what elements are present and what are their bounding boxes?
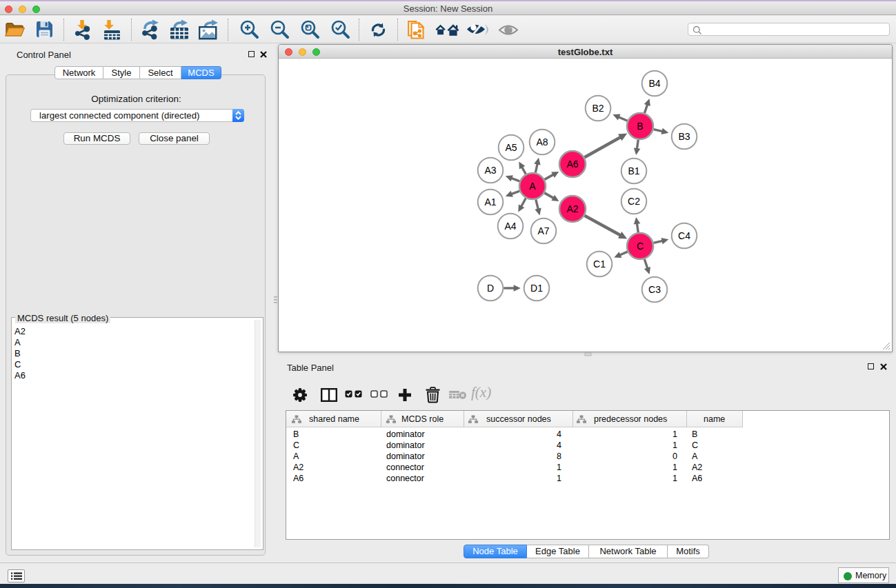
svg-text:B3: B3 xyxy=(678,131,690,142)
svg-text:A6: A6 xyxy=(566,159,578,170)
svg-text:A: A xyxy=(529,181,536,192)
svg-text:C4: C4 xyxy=(678,230,690,241)
svg-text:A7: A7 xyxy=(537,225,549,236)
svg-text:B: B xyxy=(637,121,643,132)
svg-text:B2: B2 xyxy=(592,103,604,114)
svg-text:D1: D1 xyxy=(530,283,543,294)
svg-text:C3: C3 xyxy=(648,284,661,295)
svg-text:A4: A4 xyxy=(504,221,516,232)
svg-text:B4: B4 xyxy=(648,78,660,89)
svg-text:A5: A5 xyxy=(505,142,517,153)
svg-text:A1: A1 xyxy=(484,196,496,207)
svg-text:B1: B1 xyxy=(628,165,639,176)
svg-text:A8: A8 xyxy=(536,136,548,148)
svg-text:C: C xyxy=(637,241,644,252)
svg-text:C2: C2 xyxy=(628,196,640,207)
svg-text:C1: C1 xyxy=(593,258,606,270)
svg-text:A2: A2 xyxy=(566,203,578,214)
svg-text:D: D xyxy=(487,283,494,294)
svg-text:A3: A3 xyxy=(484,165,496,176)
